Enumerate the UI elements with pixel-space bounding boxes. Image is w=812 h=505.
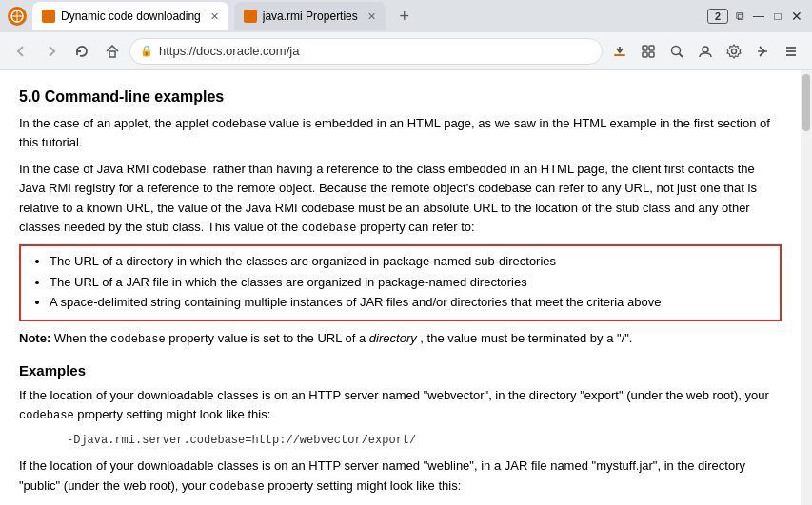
tab-2[interactable]: java.rmi Properties ✕ <box>234 2 386 30</box>
restore-button[interactable]: ⧉ <box>732 9 747 24</box>
bullet-list: The URL of a directory in which the clas… <box>30 252 770 312</box>
note-paragraph: Note: When the codebase property value i… <box>19 329 782 349</box>
add-tab-button[interactable]: + <box>391 3 418 29</box>
navigation-bar: 🔒 https://docs.oracle.com/ja <box>0 32 812 70</box>
scrollbar[interactable] <box>801 70 812 505</box>
tab-1-label: Dynamic code downloading <box>61 10 201 23</box>
ex2-code: codebase <box>209 480 265 494</box>
tab-count: 2 <box>707 9 728 24</box>
tab-2-close[interactable]: ✕ <box>367 10 376 23</box>
examples-para-2: If the location of your downloadable cla… <box>19 456 782 495</box>
secure-icon: 🔒 <box>140 45 153 57</box>
tab-2-label: java.rmi Properties <box>263 10 358 23</box>
address-bar[interactable]: 🔒 https://docs.oracle.com/ja <box>129 38 603 65</box>
maximize-button[interactable]: □ <box>770 9 785 24</box>
bullet-item-3: A space-delimited string containing mult… <box>50 293 770 312</box>
bullet-item-1: The URL of a directory in which the clas… <box>50 252 770 271</box>
tab-2-favicon <box>244 10 257 23</box>
note-italic: directory <box>369 331 417 345</box>
note-prefix: Note: <box>19 331 50 345</box>
para2-code: codebase <box>302 222 357 235</box>
profile-icon[interactable] <box>692 38 719 65</box>
ex2-end: property setting might look like this: <box>267 478 461 493</box>
note-text3: , the value must be terminated by a "/". <box>420 331 632 345</box>
back-button[interactable] <box>8 38 34 65</box>
downloads-icon[interactable] <box>606 38 633 65</box>
ex1-end: property setting might look like this: <box>77 407 270 421</box>
menu-icon[interactable] <box>778 38 804 65</box>
refresh-button[interactable] <box>69 38 95 65</box>
svg-rect-9 <box>649 52 654 57</box>
search-icon[interactable] <box>663 38 690 65</box>
forward-button[interactable] <box>38 38 65 65</box>
settings-icon[interactable] <box>721 38 747 65</box>
svg-rect-3 <box>109 51 115 57</box>
extensions-icon[interactable] <box>635 38 662 65</box>
browser-frame: Dynamic code downloading ✕ java.rmi Prop… <box>0 0 812 505</box>
svg-point-13 <box>732 49 737 53</box>
ex1-code: codebase <box>19 409 74 422</box>
code-block-1: -Djava.rmi.server.codebase=http://webvec… <box>67 432 782 449</box>
svg-line-11 <box>680 53 683 57</box>
bullet-item-2: The URL of a JAR file in which the class… <box>50 273 770 292</box>
scroll-thumb[interactable] <box>802 74 810 131</box>
close-button[interactable]: ✕ <box>789 9 804 24</box>
title-bar: Dynamic code downloading ✕ java.rmi Prop… <box>0 0 812 32</box>
para2-end: property can refer to: <box>360 220 475 234</box>
back-forward-icon[interactable] <box>749 38 776 65</box>
home-button[interactable] <box>99 38 126 65</box>
svg-rect-6 <box>643 46 647 50</box>
address-text: https://docs.oracle.com/ja <box>159 44 299 58</box>
paragraph-1: In the case of an applet, the applet cod… <box>19 114 782 152</box>
tab-1[interactable]: Dynamic code downloading ✕ <box>32 2 228 30</box>
paragraph-2: In the case of Java RMI codebase, rather… <box>19 160 782 237</box>
svg-rect-7 <box>649 46 654 50</box>
bullet-box: The URL of a directory in which the clas… <box>19 244 782 321</box>
examples-para-1: If the location of your downloadable cla… <box>19 386 782 425</box>
svg-rect-8 <box>643 52 647 57</box>
svg-point-10 <box>672 46 681 54</box>
content-wrapper: 5.0 Command-line examples In the case of… <box>0 70 812 505</box>
svg-rect-4 <box>614 54 625 56</box>
svg-point-12 <box>703 47 708 52</box>
window-controls: 2 ⧉ — □ ✕ <box>707 9 804 24</box>
note-text: When the <box>54 331 110 345</box>
page-content: 5.0 Command-line examples In the case of… <box>0 70 801 505</box>
ex1-text: If the location of your downloadable cla… <box>19 388 769 402</box>
note-text2: property value is set to the URL of a <box>168 331 369 345</box>
note-code: codebase <box>110 333 166 346</box>
nav-right-icons <box>606 38 804 65</box>
tab-1-favicon <box>42 10 55 23</box>
section-heading: 5.0 Command-line examples <box>19 86 782 108</box>
examples-heading: Examples <box>19 359 782 381</box>
minimize-button[interactable]: — <box>751 9 766 24</box>
browser-icon <box>8 7 27 26</box>
tab-1-close[interactable]: ✕ <box>210 10 219 23</box>
